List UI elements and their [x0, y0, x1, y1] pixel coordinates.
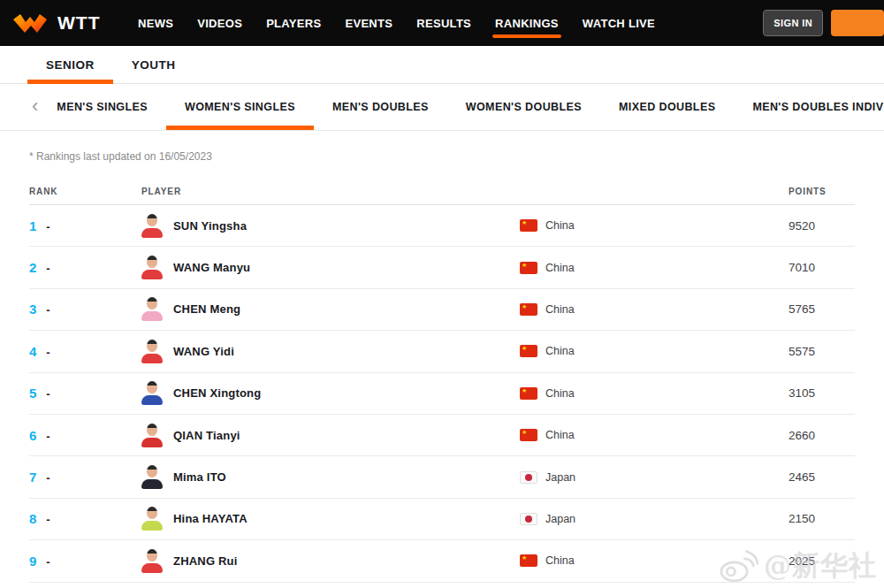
player-name: CHEN Xingtong	[173, 386, 261, 400]
avatar-shirt	[141, 395, 163, 405]
player-avatar	[141, 381, 163, 405]
avatar-shirt	[141, 521, 163, 531]
player-name: WANG Manyu	[173, 261, 250, 274]
category-tab[interactable]: WOMEN'S DOUBLES	[447, 84, 600, 130]
player-avatar	[141, 424, 163, 447]
points-value: 5765	[789, 302, 855, 316]
nav-item[interactable]: VIDEOS	[197, 0, 242, 46]
avatar-head	[147, 507, 157, 519]
main-nav: NEWS VIDEOS PLAYERS EVENTS RESULTS RANKI…	[138, 0, 655, 46]
rank-number: 1	[29, 218, 36, 233]
rank-change-indicator: -	[46, 430, 50, 443]
rank-number: 3	[29, 302, 36, 317]
rank-change-indicator: -	[46, 471, 50, 485]
country-cell: China	[520, 219, 789, 232]
category-tab[interactable]: MEN'S DOUBLES	[314, 84, 447, 130]
player-avatar	[141, 465, 163, 489]
chevron-left-icon[interactable]: ‹	[32, 84, 38, 130]
category-tab[interactable]: MEN'S SINGLES	[38, 84, 166, 130]
category-tab[interactable]: MIXED DOUBLES	[600, 84, 734, 130]
wtt-logo-icon	[12, 11, 50, 35]
points-value: 2465	[789, 470, 855, 484]
top-navbar: WTT NEWS VIDEOS PLAYERS EVENTS RESULTS R…	[0, 0, 884, 46]
level-tab[interactable]: YOUTH	[113, 46, 194, 83]
player-name: Mima ITO	[173, 470, 226, 484]
points-value: 2150	[789, 512, 855, 525]
player-avatar	[141, 214, 163, 238]
wtt-logo-text: WTT	[57, 12, 100, 34]
rankings-table: RANK PLAYER POINTS 1 - SUN Yingsha	[29, 187, 855, 583]
avatar-shirt	[141, 563, 163, 573]
nav-item[interactable]: RANKINGS	[495, 0, 559, 46]
navbar-right: SIGN IN	[763, 0, 884, 46]
nav-item[interactable]: EVENTS	[345, 0, 392, 46]
nav-item[interactable]: NEWS	[138, 0, 173, 46]
cta-button[interactable]	[831, 10, 884, 36]
level-tabs: SENIOR YOUTH	[0, 46, 884, 84]
rank-cell: 3 -	[29, 302, 141, 317]
country-name: China	[545, 219, 575, 232]
country-name: China	[545, 387, 575, 400]
level-tab[interactable]: SENIOR	[27, 46, 113, 83]
rank-cell: 1 -	[29, 218, 141, 233]
player-avatar	[141, 256, 163, 279]
table-row[interactable]: 3 - CHEN Meng China 5765	[29, 289, 855, 331]
nav-item[interactable]: WATCH LIVE	[583, 0, 655, 46]
nav-item[interactable]: PLAYERS	[266, 0, 321, 46]
player-name: CHEN Meng	[173, 302, 240, 316]
rank-cell: 8 -	[29, 511, 141, 526]
country-name: China	[545, 303, 575, 316]
country-flag-icon	[520, 513, 537, 525]
rankings-updated-note: * Rankings last updated on 16/05/2023	[29, 150, 884, 163]
table-row[interactable]: 4 - WANG Yidi China 5575	[29, 331, 855, 372]
player-column-header: PLAYER	[141, 187, 520, 196]
table-row[interactable]: 9 - ZHANG Rui China 2025	[29, 540, 855, 582]
wtt-logo[interactable]: WTT	[12, 11, 110, 35]
rank-change-indicator: -	[46, 387, 50, 401]
category-tab-list: MEN'S SINGLES WOMEN'S SINGLES MEN'S DOUB…	[38, 84, 884, 130]
points-value: 2025	[789, 554, 855, 568]
player-cell[interactable]: SUN Yingsha	[141, 214, 520, 238]
player-name: SUN Yingsha	[173, 219, 247, 233]
country-flag-icon	[520, 219, 537, 232]
table-header-row: RANK PLAYER POINTS	[29, 187, 855, 205]
country-name: China	[545, 262, 575, 274]
player-cell[interactable]: WANG Manyu	[141, 256, 520, 279]
avatar-shirt	[141, 354, 163, 363]
player-cell[interactable]: Mima ITO	[141, 465, 520, 489]
country-flag-icon	[520, 387, 537, 400]
rank-cell: 6 -	[29, 428, 141, 443]
table-row[interactable]: 1 - SUN Yingsha China 9520	[29, 205, 855, 247]
table-row[interactable]: 5 - CHEN Xingtong China 3105	[29, 373, 855, 415]
avatar-head	[147, 340, 157, 352]
rank-change-indicator: -	[46, 220, 50, 233]
sign-in-button[interactable]: SIGN IN	[763, 10, 823, 36]
player-cell[interactable]: Hina HAYATA	[141, 507, 520, 531]
table-row[interactable]: 7 - Mima ITO Japan 2465	[29, 456, 855, 498]
player-cell[interactable]: CHEN Xingtong	[141, 381, 520, 405]
rank-change-indicator: -	[46, 346, 50, 359]
table-row[interactable]: 6 - QIAN Tianyi China 2660	[29, 415, 855, 456]
table-row[interactable]: 8 - Hina HAYATA Japan 2150	[29, 499, 855, 540]
rank-cell: 7 -	[29, 470, 141, 485]
rank-change-indicator: -	[46, 513, 50, 526]
player-cell[interactable]: WANG Yidi	[141, 340, 520, 363]
rank-cell: 9 -	[29, 554, 141, 569]
avatar-shirt	[141, 479, 163, 489]
category-tab[interactable]: WOMEN'S SINGLES	[166, 84, 314, 130]
avatar-head	[147, 297, 157, 309]
points-value: 3105	[789, 386, 855, 400]
player-cell[interactable]: ZHANG Rui	[141, 549, 520, 573]
player-name: ZHANG Rui	[173, 554, 238, 568]
avatar-head	[147, 424, 157, 436]
country-name: China	[545, 345, 575, 357]
country-name: China	[545, 554, 575, 567]
avatar-head	[147, 214, 157, 226]
player-cell[interactable]: CHEN Meng	[141, 297, 520, 321]
table-body: 1 - SUN Yingsha China 9520	[29, 205, 855, 583]
player-cell[interactable]: QIAN Tianyi	[141, 424, 520, 447]
table-row[interactable]: 2 - WANG Manyu China 7010	[29, 247, 855, 288]
rank-cell: 4 -	[29, 344, 141, 359]
nav-item[interactable]: RESULTS	[416, 0, 471, 46]
category-tab[interactable]: MEN'S DOUBLES INDIVIDUAL	[734, 84, 884, 130]
